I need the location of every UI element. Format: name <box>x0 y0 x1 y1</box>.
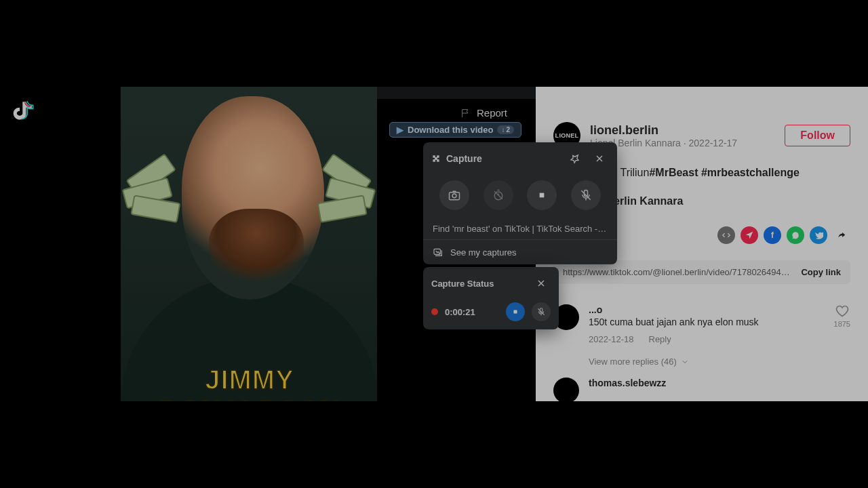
see-captures-button[interactable]: See my captures <box>423 240 617 264</box>
app-frame: JIMMY DONALDSON Report ▶ Download this v… <box>0 87 868 401</box>
comment-like-button[interactable]: 1875 <box>834 304 850 367</box>
status-title: Capture Status <box>431 279 494 289</box>
svg-rect-7 <box>540 193 545 198</box>
capture-title: Capture <box>446 153 482 164</box>
share-send-button[interactable] <box>741 226 758 244</box>
comment-date: 2022-12-18 <box>589 334 634 344</box>
comment-item: ...o 150t cuma buat jajan ank nya elon m… <box>553 304 850 367</box>
share-facebook-button[interactable]: f <box>764 226 781 244</box>
copy-link-button[interactable]: Copy link <box>801 267 841 277</box>
video-thumbnail[interactable] <box>121 87 377 401</box>
report-button[interactable]: Report <box>454 103 514 123</box>
share-whatsapp-button[interactable] <box>787 226 804 244</box>
capture-popup: Capture Find 'mr beast' on TikTok <box>423 142 617 264</box>
camera-icon <box>448 188 461 202</box>
tiktok-logo <box>12 99 35 122</box>
share-twitter-button[interactable] <box>810 226 827 244</box>
heart-icon <box>835 304 849 318</box>
download-count-badge: ↓2 <box>497 125 514 134</box>
follow-button[interactable]: Follow <box>785 125 850 146</box>
twitter-icon <box>814 230 823 240</box>
comment-text: 150t cuma buat jajan ank nya elon musk <box>589 317 825 327</box>
pin-button[interactable] <box>566 149 585 168</box>
share-embed-button[interactable] <box>717 226 735 244</box>
view-more-replies[interactable]: View more replies (46) <box>589 357 825 367</box>
commenter-username[interactable]: thomas.slebewzz <box>589 378 850 388</box>
download-label: Download this video <box>408 125 493 135</box>
screenshot-button[interactable] <box>439 180 469 210</box>
close-button[interactable] <box>532 274 551 293</box>
recording-duration: 0:00:21 <box>445 307 475 317</box>
stop-record-button[interactable] <box>527 180 557 210</box>
puzzle-icon <box>431 154 441 163</box>
report-label: Report <box>477 107 507 119</box>
timer-button[interactable] <box>484 180 513 210</box>
author-username[interactable]: lionel.berlin <box>590 123 737 138</box>
mic-off-icon <box>579 188 593 202</box>
mute-mic-button[interactable] <box>571 180 601 210</box>
recording-indicator <box>431 308 438 315</box>
share-arrow-icon <box>837 230 846 240</box>
flag-icon <box>460 108 471 119</box>
svg-rect-12 <box>514 310 517 314</box>
commenter-avatar[interactable] <box>553 378 579 401</box>
comment-reply-button[interactable]: Reply <box>649 334 671 344</box>
send-icon <box>745 230 754 240</box>
whatsapp-icon <box>791 230 800 240</box>
close-icon <box>536 278 547 289</box>
mute-mic-button[interactable] <box>532 302 551 321</box>
comment-item: thomas.slebewzz <box>553 378 850 401</box>
commenter-username[interactable]: ...o <box>589 304 825 315</box>
code-icon <box>722 230 731 240</box>
svg-point-5 <box>452 194 456 198</box>
video-url: https://www.tiktok.com/@lionel.berlin/vi… <box>563 267 790 277</box>
download-video-button[interactable]: ▶ Download this video ↓2 <box>389 122 521 138</box>
pin-icon <box>570 153 580 164</box>
close-icon <box>594 153 605 164</box>
capture-page-title: Find 'mr beast' on TikTok | TikTok Searc… <box>423 218 617 239</box>
stop-icon <box>512 308 519 315</box>
chevron-down-icon <box>681 358 689 366</box>
timer-off-icon <box>492 188 505 202</box>
gallery-icon <box>433 247 443 258</box>
capture-status-popup: Capture Status 0:00:21 <box>423 267 559 329</box>
share-more-button[interactable] <box>833 226 850 244</box>
video-caption-overlay: JIMMY DONALDSON <box>141 365 358 401</box>
stop-icon <box>535 188 549 202</box>
close-button[interactable] <box>590 149 609 168</box>
mic-off-icon <box>536 307 546 317</box>
stop-record-button[interactable] <box>506 302 525 321</box>
